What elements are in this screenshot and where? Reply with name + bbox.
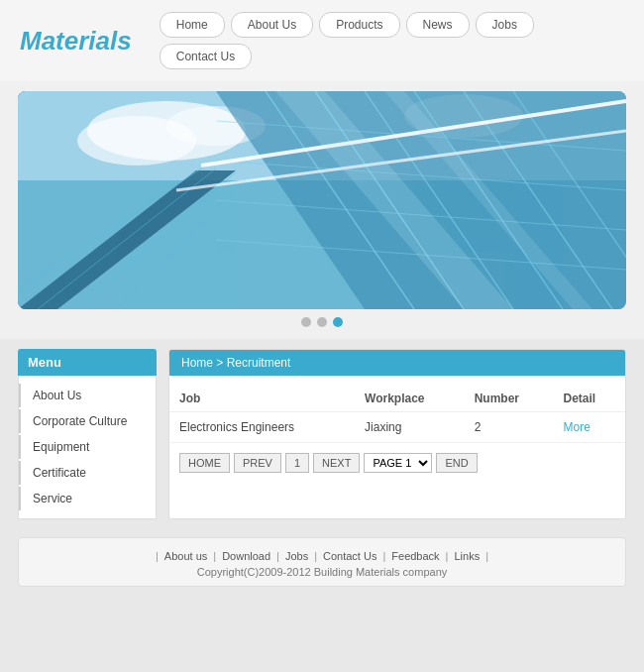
banner-dot-1[interactable] [317, 317, 327, 327]
pagination: HOMEPREV1NEXTPAGE 1END [169, 443, 625, 483]
table-header-detail: Detail [554, 386, 625, 412]
pagination-page-num[interactable]: 1 [285, 453, 309, 473]
nav-item-jobs[interactable]: Jobs [476, 12, 534, 38]
banner-dot-0[interactable] [301, 317, 311, 327]
table-header-number: Number [465, 386, 554, 412]
footer-link-links[interactable]: Links [448, 550, 485, 562]
pagination-end[interactable]: END [436, 453, 477, 473]
table-header-row: JobWorkplaceNumberDetail [169, 386, 625, 412]
job-table-body: Electronics EngineersJiaxing2More [169, 412, 625, 443]
pagination-page-select[interactable]: PAGE 1 [364, 453, 432, 473]
footer-sep-5: | [485, 550, 488, 562]
nav-item-contact-us[interactable]: Contact Us [160, 44, 252, 69]
footer-copyright: Copyright(C)2009-2012 Building Materials… [19, 566, 625, 578]
table-row: Electronics EngineersJiaxing2More [169, 412, 625, 443]
logo: Materials [20, 26, 130, 56]
sidebar-item-service[interactable]: Service [19, 487, 156, 510]
footer-link-jobs[interactable]: Jobs [279, 550, 314, 562]
table-cell-job: Electronics Engineers [169, 412, 355, 443]
sidebar: Menu About UsCorporate CultureEquipmentC… [18, 349, 157, 519]
breadcrumb: Home > Recruitment [169, 350, 625, 376]
banner-dots [18, 309, 626, 331]
main-content: Menu About UsCorporate CultureEquipmentC… [0, 339, 644, 529]
pagination-prev[interactable]: PREV [234, 453, 281, 473]
footer-link-feedback[interactable]: Feedback [385, 550, 445, 562]
footer-links: | About us | Download | Jobs | Contact U… [19, 550, 625, 562]
banner-area [0, 81, 644, 339]
sidebar-item-equipment[interactable]: Equipment [19, 435, 156, 459]
footer-link-download[interactable]: Download [216, 550, 276, 562]
table-header-job: Job [169, 386, 355, 412]
footer: | About us | Download | Jobs | Contact U… [18, 537, 626, 587]
content-panel: Home > Recruitment JobWorkplaceNumberDet… [168, 349, 626, 519]
header: Materials HomeAbout UsProductsNewsJobsCo… [0, 0, 644, 81]
sidebar-item-about-us[interactable]: About Us [19, 384, 156, 407]
main-nav: HomeAbout UsProductsNewsJobsContact Us [160, 12, 624, 69]
table-cell-detail[interactable]: More [554, 412, 625, 443]
sidebar-item-corporate-culture[interactable]: Corporate Culture [19, 409, 156, 433]
table-cell-number: 2 [465, 412, 554, 443]
pagination-next[interactable]: NEXT [313, 453, 360, 473]
pagination-home[interactable]: HOME [179, 453, 230, 473]
banner-image [18, 91, 626, 309]
sidebar-item-certificate[interactable]: Certificate [19, 461, 156, 485]
table-header-workplace: Workplace [355, 386, 465, 412]
banner-dot-2[interactable] [333, 317, 343, 327]
table-cell-workplace: Jiaxing [355, 412, 465, 443]
job-table: JobWorkplaceNumberDetail Electronics Eng… [169, 386, 625, 443]
footer-link-about-us[interactable]: About us [159, 550, 213, 562]
nav-item-about-us[interactable]: About Us [231, 12, 313, 38]
nav-item-home[interactable]: Home [160, 12, 225, 38]
footer-link-contact-us[interactable]: Contact Us [317, 550, 382, 562]
nav-item-products[interactable]: Products [319, 12, 399, 38]
nav-item-news[interactable]: News [406, 12, 470, 38]
sidebar-menu-list: About UsCorporate CultureEquipmentCertif… [18, 376, 157, 519]
sidebar-title: Menu [18, 349, 157, 376]
